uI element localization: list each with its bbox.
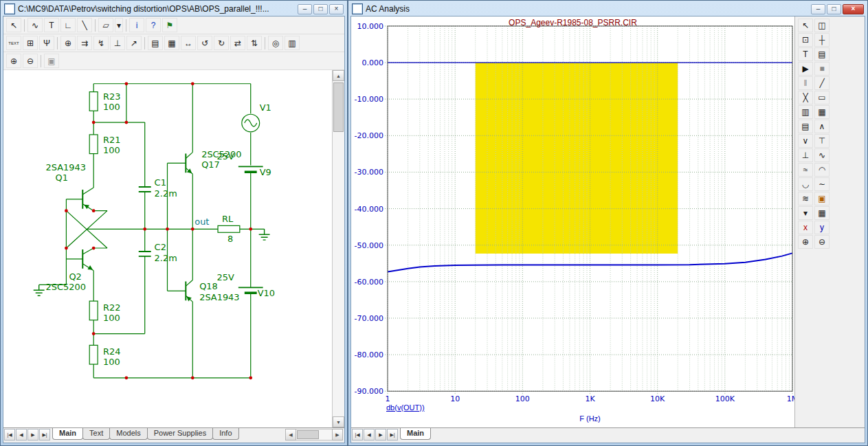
text-mode-icon[interactable]: T (798, 47, 813, 61)
resistor-RL[interactable] (218, 225, 240, 232)
select-mode-icon[interactable]: ↖ (6, 18, 21, 32)
label-R23[interactable]: R23 (103, 92, 120, 102)
stop-icon[interactable]: ■ (814, 62, 830, 76)
next-page-button[interactable]: ▶ (27, 429, 38, 441)
close-button[interactable]: × (843, 4, 864, 14)
first-page-button[interactable]: |◀ (352, 429, 363, 441)
info-mode-icon[interactable]: i (129, 18, 144, 32)
high-cursor-icon[interactable]: ⊤ (814, 134, 830, 148)
plot-area[interactable]: 1101001K10K100K1M10.0000.000-10.000-20.0… (351, 16, 794, 427)
schematic-drawing[interactable]: R23 100 R21 100 2SA1943 Q1 Q2 2SC5200 R2… (3, 70, 332, 427)
schematic-canvas[interactable]: R23 100 R21 100 2SA1943 Q1 Q2 2SC5200 R2… (3, 70, 332, 427)
go-to-y-icon[interactable]: y (814, 221, 830, 234)
horizontal-tag-icon[interactable]: ▭ (814, 91, 830, 104)
value-V9[interactable]: 25V (217, 152, 234, 162)
vertical-scrollbar[interactable]: ▲ ▼ (332, 70, 344, 427)
component-bodies[interactable] (89, 92, 259, 364)
cursor-mode-icon[interactable]: ┼ (814, 33, 830, 47)
label-RL[interactable]: RL (222, 214, 234, 224)
go-to-x-icon[interactable]: x (798, 221, 813, 234)
power-display-icon[interactable]: ↯ (93, 36, 109, 50)
waveform-expression-label[interactable]: db(v(OUT)) (386, 403, 425, 412)
resistor-R21[interactable] (89, 135, 98, 154)
numeric-output-icon[interactable]: ▤ (798, 120, 813, 133)
tab-main[interactable]: Main (52, 428, 83, 440)
scroll-down-button[interactable]: ▼ (333, 416, 344, 427)
plot-properties-icon[interactable]: ▣ (814, 192, 830, 205)
next-page-button[interactable]: ▶ (375, 429, 386, 441)
scrollbar-track[interactable] (333, 81, 344, 416)
scroll-right-button[interactable]: ▶ (332, 429, 343, 441)
scope-grid-icon[interactable]: ▥ (798, 105, 813, 119)
graphics-dropdown-icon[interactable]: ▾ (115, 18, 123, 32)
grid-text-icon[interactable]: TEXT (6, 36, 21, 50)
h-scrollbar-thumb[interactable] (297, 430, 319, 439)
diagonal-wire-mode-icon[interactable]: ╲ (77, 18, 92, 32)
data-points-icon[interactable]: ▦ (814, 206, 830, 220)
attribute-text-icon[interactable]: ⊞ (23, 36, 38, 50)
global-high-low-icon[interactable]: ≈ (798, 163, 813, 177)
tab-main[interactable]: Main (400, 428, 431, 440)
slope-display-icon[interactable]: ↗ (126, 36, 142, 50)
value-C1[interactable]: 2.2m (155, 188, 177, 199)
tab-info[interactable]: Info (212, 428, 238, 440)
schematic-titlebar[interactable]: C:\MC9\DATA\Petrov\switching distortion\… (3, 2, 345, 16)
mirror-icon[interactable]: ⇄ (230, 36, 245, 50)
h-scrollbar-track[interactable] (296, 429, 332, 441)
valley-cursor-icon[interactable]: ∨ (798, 134, 813, 148)
label-Q18[interactable]: Q18 (199, 281, 218, 291)
current-display-icon[interactable]: ⇉ (77, 36, 92, 50)
resistor-R23[interactable] (89, 92, 98, 111)
label-V10[interactable]: V10 (258, 288, 275, 298)
help-mode-icon[interactable]: ? (146, 18, 161, 32)
rotate-left-icon[interactable]: ↺ (197, 36, 212, 50)
command-icon[interactable]: Ψ (39, 36, 54, 50)
vertical-tag-icon[interactable]: ╳ (798, 91, 813, 104)
value-RL[interactable]: 8 (227, 234, 233, 244)
type-Q2[interactable]: 2SC5200 (46, 282, 86, 292)
resistor-R24[interactable] (89, 345, 98, 364)
run-icon[interactable]: ▶ (798, 62, 813, 76)
enable-region-icon[interactable]: ⚑ (162, 18, 177, 32)
maximize-button[interactable]: □ (313, 4, 328, 14)
label-Q1[interactable]: Q1 (56, 172, 68, 183)
top-envelope-icon[interactable]: ◠ (814, 163, 830, 177)
pause-icon[interactable]: ‖ (798, 76, 813, 90)
node-numbers-icon[interactable]: ⊕ (60, 36, 76, 50)
scroll-up-button[interactable]: ▲ (333, 70, 344, 81)
label-R21[interactable]: R21 (103, 135, 120, 145)
stretch-icon[interactable]: ↔ (181, 36, 196, 50)
wave-scan-icon[interactable]: ≋ (798, 192, 813, 205)
flip-icon[interactable]: ⇅ (247, 36, 262, 50)
minimize-button[interactable]: – (298, 4, 312, 14)
label-V1[interactable]: V1 (260, 102, 271, 113)
plot-properties-dropdown-icon[interactable]: ▾ (798, 206, 813, 220)
tab-text[interactable]: Text (82, 428, 110, 440)
label-R22[interactable]: R22 (103, 302, 120, 313)
prev-page-button[interactable]: ◀ (16, 429, 27, 441)
tangent-mode-icon[interactable]: ╱ (814, 76, 830, 90)
last-page-button[interactable]: ▶| (387, 429, 398, 441)
box-select-icon[interactable]: ▦ (164, 36, 179, 50)
inflection-cursor-icon[interactable]: ∿ (814, 148, 830, 162)
scroll-left-button[interactable]: ◀ (285, 429, 296, 441)
find-icon[interactable]: ◎ (268, 36, 283, 50)
resistor-R22[interactable] (89, 301, 98, 320)
wave-segment-icon[interactable]: ∼ (814, 177, 830, 191)
minimize-button[interactable]: – (811, 4, 825, 14)
label-R24[interactable]: R24 (103, 346, 120, 357)
label-C1[interactable]: C1 (155, 177, 166, 188)
type-Q1[interactable]: 2SA1943 (46, 162, 86, 172)
tab-models[interactable]: Models (109, 428, 147, 440)
label-Q2[interactable]: Q2 (69, 272, 81, 282)
value-R24[interactable]: 100 (103, 357, 120, 367)
last-page-button[interactable]: ▶| (39, 429, 50, 441)
component-mode-icon[interactable]: ∿ (27, 18, 43, 32)
zoom-in-icon[interactable]: ⊕ (6, 54, 21, 68)
scrollbar-thumb[interactable] (333, 82, 344, 132)
value-V10[interactable]: 25V (217, 272, 234, 282)
horizontal-scrollbar[interactable]: ◀ ▶ (285, 429, 343, 441)
zoom-box-mode-icon[interactable]: ⊡ (798, 33, 813, 47)
peak-cursor-icon[interactable]: ∧ (814, 120, 830, 133)
value-R21[interactable]: 100 (103, 145, 120, 155)
